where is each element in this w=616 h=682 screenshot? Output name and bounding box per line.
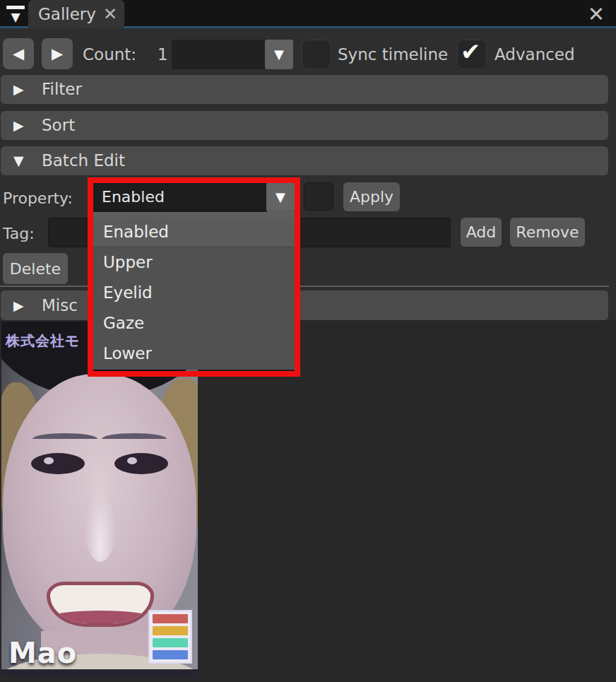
dropdown-option-upper[interactable]: Upper [93,247,295,278]
gallery-thumbnail-mao[interactable]: 株式会社モ Mao [1,322,198,676]
section-sort-label: Sort [42,111,75,140]
next-button[interactable]: ▶ [42,38,73,69]
advanced-checkbox[interactable]: ✔ [457,40,487,69]
property-combobox[interactable]: Enabled ▼ [93,182,295,212]
collapsed-arrow-icon: ▶ [13,75,24,104]
dropdown-arrow-icon: ▼ [276,189,285,204]
badge-color-bar [153,626,188,635]
property-label: Property: [3,189,73,207]
eye-glint [127,457,137,464]
badge-color-bar [153,614,188,623]
expanded-arrow-icon: ▼ [13,146,24,175]
preset-dropdown-button[interactable]: ▼ [265,40,293,69]
eye-shape [114,453,168,474]
remove-button[interactable]: Remove [510,218,585,247]
badge-color-bar [153,638,188,647]
eye-glint [44,457,54,464]
popup-top-strip [93,212,295,217]
advanced-label: Advanced [494,45,575,64]
apply-button[interactable]: Apply [343,182,400,211]
dropdown-option-enabled[interactable]: Enabled [93,217,295,247]
thumbnail-watermark: 株式会社モ [6,331,80,351]
badge-color-bar [153,650,188,659]
count-label: Count: [83,45,136,64]
title-bar: ▼ Gallery ✕ ✕ [0,0,616,28]
dropdown-arrow-icon: ▼ [274,47,284,61]
section-batch-edit-label: Batch Edit [42,146,125,175]
section-divider [0,286,609,287]
eyebrow-shape [102,433,167,445]
eye-shape [31,453,85,474]
preset-dropdown[interactable]: ▼ [172,40,293,69]
sync-timeline-checkbox[interactable] [302,40,331,69]
tab-gallery[interactable]: Gallery ✕ [28,0,124,28]
collapsed-arrow-icon: ▶ [13,290,24,319]
smile-shape [47,582,154,627]
tab-label: Gallery [38,5,96,23]
count-value: 1 [158,45,168,64]
add-button[interactable]: Add [461,218,502,247]
dock-arrow-icon: ▼ [4,7,27,27]
window-close-icon[interactable]: ✕ [582,1,610,27]
nose-highlight [84,484,117,562]
section-sort[interactable]: ▶ Sort [1,111,608,140]
eyebrow-shape [32,433,97,445]
dropdown-option-eyelid[interactable]: Eyelid [93,278,295,308]
delete-button[interactable]: Delete [3,253,68,284]
section-misc-label: Misc [42,290,78,319]
collapsed-arrow-icon: ▶ [13,111,24,140]
section-batch-edit[interactable]: ▼ Batch Edit [1,146,608,175]
shirt-shape [1,669,198,676]
check-icon: ✔ [461,37,481,66]
thumbnail-name: Mao [8,637,77,669]
dropdown-option-gaze[interactable]: Gaze [93,308,295,339]
prev-button[interactable]: ◀ [3,38,34,69]
section-misc[interactable]: ▶ Misc [1,290,608,320]
property-combobox-button[interactable]: ▼ [266,182,295,212]
prev-arrow-icon: ◀ [13,45,24,61]
section-filter[interactable]: ▶ Filter [1,75,608,104]
lip-shape [50,611,150,623]
next-arrow-icon: ▶ [52,45,63,61]
property-dropdown-popup: Enabled Upper Eyelid Gaze Lower [93,212,295,370]
sync-timeline-label: Sync timeline [338,45,448,64]
gallery-panel: ▼ Gallery ✕ ✕ ◀ ▶ Count: 1 ▼ Sync timeli… [0,0,616,682]
dock-menu-button[interactable]: ▼ [4,4,27,24]
section-filter-label: Filter [42,75,82,104]
tag-label: Tag: [3,225,35,242]
color-badge [148,610,192,664]
tab-close-icon[interactable]: ✕ [103,6,117,23]
property-value-field[interactable] [304,182,333,211]
dropdown-option-lower[interactable]: Lower [93,339,295,369]
property-combobox-value: Enabled [102,182,165,212]
